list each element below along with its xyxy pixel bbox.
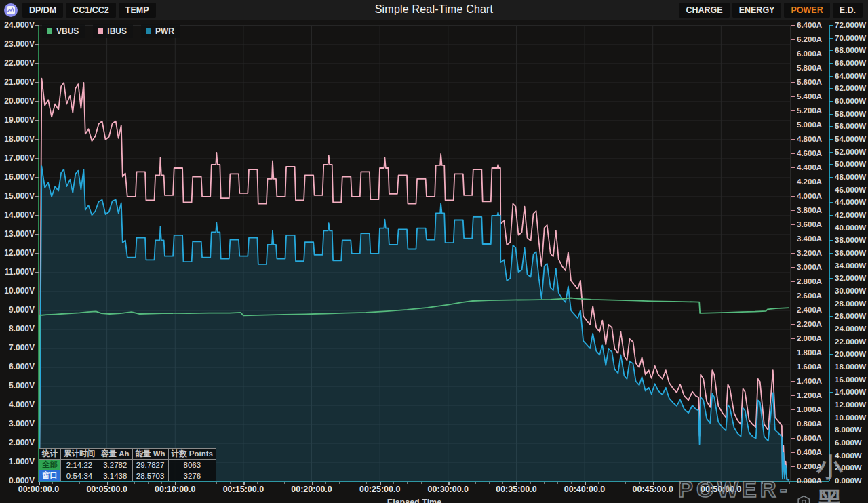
time-tick-label: 00:25:00.0 [359,485,400,494]
power-tick-label: 48.000W [835,173,866,181]
voltage-tick-label: 6.000V [0,362,35,371]
tab-cc1-cc2[interactable]: CC1/CC2 [66,3,116,18]
time-minor-tick [353,482,353,484]
time-minor-tick [789,482,790,484]
current-tick [791,353,795,353]
time-minor-tick [639,482,640,484]
power-tick [829,215,833,216]
power-tick-label: 50.000W [835,160,866,168]
stats-value-cell: 2:14:22 [61,460,98,470]
time-minor-tick [148,482,149,484]
legend-item-ibus[interactable]: IBUS [93,24,133,38]
power-tick-label: 6.000W [835,439,862,447]
time-minor-tick [339,482,340,484]
stats-header-row: 统计累计时间容量 Ah能量 Wh计数 Points [39,449,216,460]
time-tick-label: 00:30:00.0 [428,485,469,494]
voltage-tick-label: 18.000V [0,134,35,144]
power-tick [829,177,833,178]
current-tick-label: 5.200A [797,106,822,115]
power-tick [829,291,833,291]
legend-label: VBUS [56,26,79,36]
voltage-tick-label: 14.000V [0,210,35,220]
power-tick [829,418,833,418]
power-tick [829,25,833,26]
time-minor-tick [161,482,162,484]
voltage-tick-label: 4.000V [0,400,35,409]
power-tick [829,63,833,64]
legend-item-vbus[interactable]: VBUS [42,24,85,38]
power-tick-label: 20.000W [835,350,866,358]
voltage-tick [35,63,39,64]
voltage-tick [35,405,39,405]
plot-area[interactable] [39,25,791,481]
time-minor-tick [257,482,258,484]
time-minor-tick [598,482,599,484]
power-tick-label: 14.000W [835,388,866,396]
stats-value-cell: 3.1438 [98,470,133,481]
current-tick-label: 5.000A [797,121,822,129]
time-minor-tick [94,482,94,484]
time-tick-label: 00:00:00.0 [18,485,59,494]
voltage-tick [35,310,39,310]
time-tick-label: 00:45:00.0 [632,485,673,494]
time-minor-tick [284,482,285,484]
power-tick [829,88,833,89]
power-tick [829,50,833,51]
time-minor-tick [694,482,694,484]
time-minor-tick [52,482,53,484]
power-tick [829,380,833,380]
voltage-tick-label: 15.000V [0,191,35,201]
chart-region: 24.000V23.000V22.000V21.000V20.000V19.00… [0,20,868,503]
tab-charge[interactable]: CHARGE [679,3,729,18]
power-tick-label: 42.000W [835,211,866,219]
chart-legend: VBUSIBUSPWR [42,24,180,38]
power-tick-label: 40.000W [835,224,866,232]
current-tick-label: 2.600A [797,291,822,300]
voltage-tick-label: 24.000V [0,20,35,30]
power-tick-label: 30.000W [835,287,866,295]
tab-temp[interactable]: TEMP [119,3,156,18]
tab-power[interactable]: POWER [784,3,829,18]
legend-item-pwr[interactable]: PWR [141,24,180,38]
time-tick-label: 00:05:00.0 [86,485,127,494]
current-tick [791,310,795,310]
tab-e-d-[interactable]: E.D. [833,3,863,18]
power-tick [829,228,833,228]
current-tick-label: 4.800A [797,135,822,143]
stats-value-cell: 8063 [168,460,216,470]
time-minor-tick [230,482,231,484]
power-tick-label: 46.000W [835,186,866,194]
time-minor-tick [530,482,531,484]
current-tick-label: 1.200A [797,391,822,399]
top-toolbar: DP/DMCC1/CC2TEMP Simple Real-Time Chart … [0,0,868,20]
power-tick-label: 22.000W [835,338,866,346]
stats-value-cell: 3.2782 [98,460,133,470]
voltage-tick-label: 20.000V [0,96,35,106]
chart-canvas [39,26,790,481]
voltage-tick [35,44,39,45]
time-tick-label: 00:35:00.0 [496,485,536,494]
current-tick [791,409,795,410]
power-tick-label: 72.000W [835,21,866,29]
power-tick-label: 8.000W [835,426,862,434]
app-menu-icon[interactable] [4,3,18,17]
power-tick [829,367,833,367]
current-tick-label: 2.000A [797,334,822,342]
power-tick-label: 52.000W [835,148,866,156]
ibus-swatch-icon [98,28,103,34]
time-minor-tick [121,482,121,484]
time-minor-tick [326,482,326,484]
tab-energy[interactable]: ENERGY [732,3,782,18]
stats-row: 窗口0:54:343.143828.57033276 [39,470,216,481]
stats-table: 统计累计时间容量 Ah能量 Wh计数 Points全部2:14:223.2782… [39,448,216,481]
voltage-tick [35,25,39,26]
power-tick-label: 34.000W [835,262,866,270]
current-tick-label: 5.800A [797,64,822,72]
time-minor-tick [734,482,735,484]
voltage-tick [35,329,39,329]
power-tick-label: 4.000W [835,451,862,460]
time-minor-tick [421,482,422,484]
power-tick-label: 10.000W [835,414,866,422]
tab-dp-dm[interactable]: DP/DM [22,3,63,18]
time-minor-tick [557,482,558,484]
